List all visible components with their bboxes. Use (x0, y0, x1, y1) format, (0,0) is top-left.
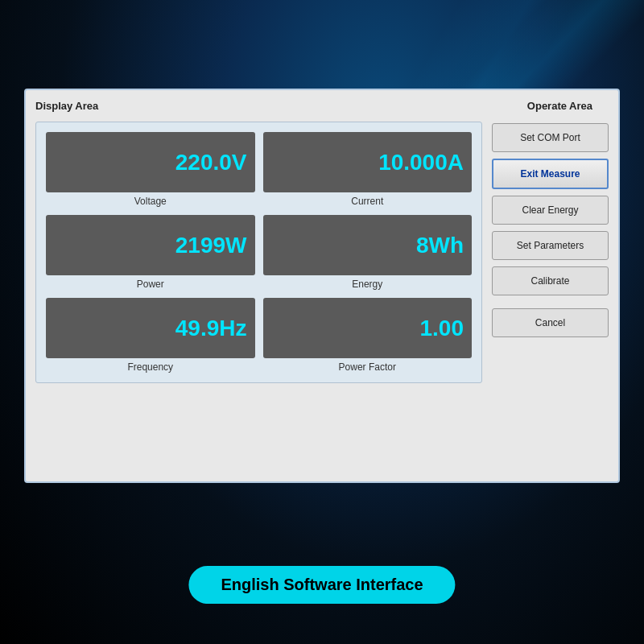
metric-cell-power-factor: 1.00 Power Factor (263, 298, 473, 373)
metric-cell-energy: 8Wh Energy (263, 215, 473, 290)
metric-display-frequency: 49.9Hz (46, 298, 255, 358)
software-badge: English Software Interface (188, 566, 455, 604)
power-factor-label: Power Factor (339, 361, 396, 373)
frequency-value: 49.9Hz (175, 316, 247, 341)
energy-label: Energy (352, 279, 382, 290)
metric-cell-current: 10.000A Current (263, 132, 473, 207)
voltage-label: Voltage (134, 196, 167, 207)
metric-display-power: 2199W (46, 215, 255, 275)
operate-panel: Set COM Port Exit Measure Clear Energy S… (492, 122, 609, 383)
power-value: 2199W (175, 233, 247, 258)
frequency-label: Frequency (127, 361, 173, 373)
set-parameters-button[interactable]: Set Parameters (492, 231, 609, 260)
metric-cell-voltage: 220.0V Voltage (46, 132, 255, 207)
current-value: 10.000A (378, 150, 464, 175)
power-label: Power (137, 279, 164, 290)
metric-display-power-factor: 1.00 (263, 298, 473, 358)
content-area: 220.0V Voltage 10.000A Current 2199W (35, 122, 609, 383)
current-label: Current (351, 196, 383, 207)
metric-cell-frequency: 49.9Hz Frequency (46, 298, 255, 373)
operate-area-label: Operate Area (527, 100, 592, 112)
calibrate-button[interactable]: Calibrate (492, 266, 609, 295)
display-area-label: Display Area (35, 100, 98, 114)
power-factor-value: 1.00 (420, 316, 464, 341)
metric-display-voltage: 220.0V (46, 132, 255, 192)
metric-display-current: 10.000A (263, 132, 473, 192)
metric-display-energy: 8Wh (263, 215, 473, 275)
metric-cell-power: 2199W Power (46, 215, 255, 290)
energy-value: 8Wh (416, 233, 464, 258)
set-com-port-button[interactable]: Set COM Port (492, 123, 609, 152)
cancel-button[interactable]: Cancel (492, 308, 609, 337)
voltage-value: 220.0V (175, 150, 247, 175)
window-header: Display Area Operate Area (35, 100, 609, 114)
exit-measure-button[interactable]: Exit Measure (492, 159, 609, 189)
clear-energy-button[interactable]: Clear Energy (492, 196, 609, 225)
metrics-grid: 220.0V Voltage 10.000A Current 2199W (46, 132, 472, 373)
display-panel: 220.0V Voltage 10.000A Current 2199W (35, 122, 482, 383)
main-window: Display Area Operate Area 220.0V Voltage… (24, 89, 620, 483)
